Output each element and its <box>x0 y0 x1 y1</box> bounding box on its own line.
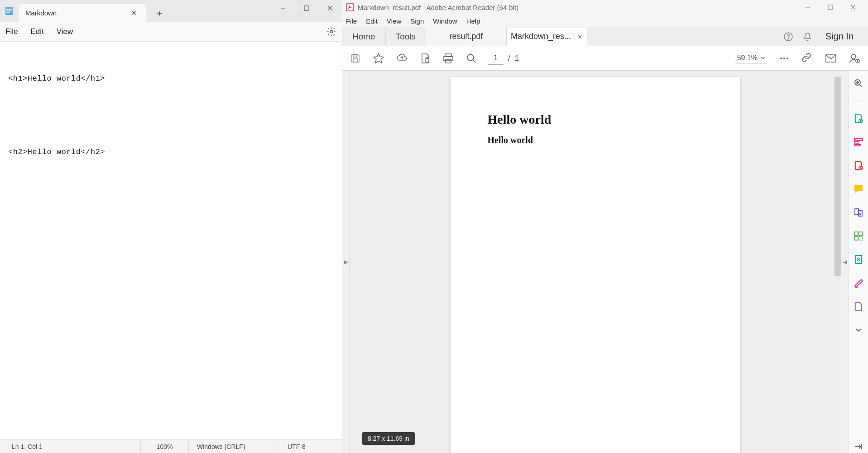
email-icon[interactable] <box>825 52 837 65</box>
maximize-button[interactable] <box>819 0 842 14</box>
document-tab[interactable]: Markdown ✕ <box>19 4 146 22</box>
svg-line-31 <box>859 84 862 87</box>
compress-pdf-icon[interactable] <box>852 253 865 266</box>
menu-file[interactable]: File <box>5 27 18 36</box>
collapse-sidebar-icon[interactable] <box>852 440 865 453</box>
document-viewport[interactable]: Hello world Hello world 8.27 x 11.69 in <box>350 71 841 453</box>
editor-line: <h1>Hello world</h1> <box>8 72 334 85</box>
new-tab-button[interactable]: ＋ <box>151 5 168 21</box>
menu-help[interactable]: Help <box>466 17 480 25</box>
page-separator: / <box>508 54 510 63</box>
zoom-level-dropdown[interactable]: 59.1% <box>735 53 767 63</box>
scrollbar-thumb[interactable] <box>834 77 841 276</box>
minimize-button[interactable] <box>796 0 819 14</box>
star-icon[interactable] <box>372 52 385 65</box>
editor-line <box>8 110 334 121</box>
expand-left-panel-icon[interactable]: ▶ <box>342 71 350 453</box>
editor-line: <h2>Hello world</h2> <box>8 146 334 158</box>
svg-rect-37 <box>854 145 861 146</box>
page-total: 1 <box>515 54 519 63</box>
close-tab-icon[interactable]: ✕ <box>577 33 583 40</box>
tab-document[interactable]: result.pdf <box>426 27 507 46</box>
page-current-input[interactable] <box>488 52 504 65</box>
svg-point-26 <box>786 58 788 59</box>
settings-gear-icon[interactable] <box>326 27 336 37</box>
menu-edit[interactable]: Edit <box>366 17 378 25</box>
svg-rect-35 <box>854 139 863 140</box>
comment-icon[interactable] <box>852 183 865 195</box>
close-tab-icon[interactable]: ✕ <box>128 8 139 18</box>
profile-add-icon[interactable] <box>848 52 861 65</box>
svg-point-24 <box>780 58 782 59</box>
tab-tools[interactable]: Tools <box>386 27 426 46</box>
minimize-button[interactable] <box>271 0 295 16</box>
svg-rect-42 <box>859 236 863 240</box>
svg-point-15 <box>788 39 789 39</box>
window-title: Markdown_result.pdf - Adobe Acrobat Read… <box>358 4 518 11</box>
protect-pdf-icon[interactable] <box>852 300 865 313</box>
page-lock-icon[interactable] <box>419 53 431 64</box>
svg-point-22 <box>467 54 474 61</box>
svg-rect-16 <box>353 54 357 57</box>
document-heading-2: Hello world <box>488 135 703 145</box>
combine-files-icon[interactable] <box>852 206 865 219</box>
menu-edit[interactable]: Edit <box>30 27 43 36</box>
notepad-app-icon <box>4 5 14 16</box>
svg-rect-39 <box>854 232 858 236</box>
svg-rect-36 <box>854 142 859 143</box>
svg-rect-18 <box>425 59 429 62</box>
edit-pdf-icon[interactable] <box>852 135 865 148</box>
document-tab-title: Markdown <box>25 9 57 17</box>
organize-pages-icon[interactable] <box>852 230 865 242</box>
svg-rect-21 <box>446 59 451 63</box>
svg-rect-1 <box>6 9 12 10</box>
expand-tools-icon[interactable] <box>852 324 865 337</box>
link-share-icon[interactable] <box>801 52 814 65</box>
svg-point-8 <box>330 30 333 33</box>
svg-point-25 <box>783 58 785 59</box>
print-icon[interactable] <box>442 52 455 65</box>
menu-view[interactable]: View <box>57 27 73 36</box>
menu-window[interactable]: Window <box>433 17 457 25</box>
svg-rect-19 <box>445 54 451 57</box>
save-icon[interactable] <box>350 53 361 64</box>
svg-rect-40 <box>859 232 863 236</box>
pdf-page: Hello world Hello world <box>451 77 740 453</box>
redact-icon[interactable] <box>852 277 865 289</box>
document-heading-1: Hello world <box>488 112 703 127</box>
search-icon[interactable] <box>465 53 477 64</box>
more-icon[interactable] <box>778 53 790 64</box>
svg-rect-3 <box>6 12 10 13</box>
tab-document-active[interactable]: Markdown_res... ✕ <box>507 28 587 46</box>
svg-rect-11 <box>828 5 833 10</box>
help-icon[interactable] <box>783 31 794 42</box>
acrobat-app-icon <box>346 3 354 11</box>
status-zoom[interactable]: 100% <box>140 440 188 453</box>
expand-right-panel-icon[interactable]: ◀ <box>841 71 848 453</box>
zoom-tool-icon[interactable] <box>852 77 865 90</box>
close-window-button[interactable] <box>842 0 864 14</box>
menu-file[interactable]: File <box>346 17 357 25</box>
svg-rect-41 <box>854 236 858 240</box>
export-pdf-icon[interactable] <box>852 112 865 125</box>
sign-in-button[interactable]: Sign In <box>821 31 858 42</box>
close-window-button[interactable] <box>318 0 342 16</box>
status-encoding[interactable]: UTF-8 <box>279 440 342 453</box>
cloud-upload-icon[interactable] <box>396 52 408 65</box>
status-position: Ln 1, Col 1 <box>0 440 140 453</box>
svg-point-28 <box>851 54 856 59</box>
create-pdf-icon[interactable] <box>852 159 865 172</box>
bell-icon[interactable] <box>802 31 813 42</box>
menu-view[interactable]: View <box>387 17 401 25</box>
tab-home[interactable]: Home <box>342 27 386 46</box>
svg-rect-2 <box>6 10 12 11</box>
page-dimensions-tooltip: 8.27 x 11.69 in <box>362 432 415 445</box>
svg-rect-20 <box>444 57 453 61</box>
maximize-button[interactable] <box>295 0 318 16</box>
svg-rect-17 <box>353 59 358 62</box>
status-line-ending[interactable]: Windows (CRLF) <box>188 440 279 453</box>
editor-textarea[interactable]: <h1>Hello world</h1> <h2>Hello world</h2… <box>0 42 342 439</box>
svg-line-23 <box>473 60 475 63</box>
svg-rect-5 <box>304 6 309 10</box>
menu-sign[interactable]: Sign <box>410 17 424 25</box>
